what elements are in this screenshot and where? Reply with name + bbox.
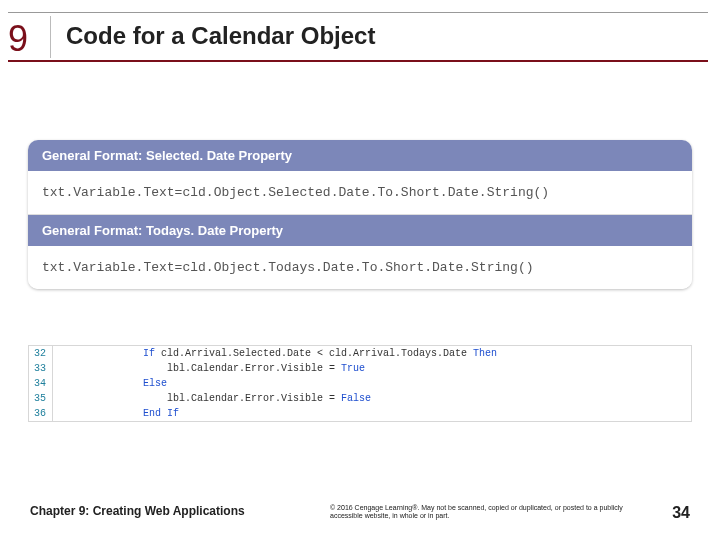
line-number: 36	[29, 406, 53, 421]
code-text: lbl.Calendar.Error.Visible = False	[53, 391, 371, 406]
rule-top	[8, 12, 708, 13]
code-line: 34 Else	[29, 376, 691, 391]
format-heading-1: General Format: Selected. Date Property	[28, 140, 692, 171]
title-bar: 9 Code for a Calendar Object	[8, 12, 708, 62]
line-number: 35	[29, 391, 53, 406]
line-number: 32	[29, 346, 53, 361]
rule-bottom	[8, 60, 708, 62]
code-text: Else	[53, 376, 167, 391]
code-text: If cld.Arrival.Selected.Date < cld.Arriv…	[53, 346, 497, 361]
footer-chapter: Chapter 9: Creating Web Applications	[30, 504, 310, 518]
code-line: 36 End If	[29, 406, 691, 421]
code-text: End If	[53, 406, 179, 421]
code-listing: 32 If cld.Arrival.Selected.Date < cld.Ar…	[28, 345, 692, 422]
format-code-1: txt.Variable.Text=cld.Object.Selected.Da…	[28, 171, 692, 215]
title-divider	[50, 16, 51, 58]
code-text: lbl.Calendar.Error.Visible = True	[53, 361, 365, 376]
page-number: 34	[660, 504, 690, 522]
code-line: 32 If cld.Arrival.Selected.Date < cld.Ar…	[29, 346, 691, 361]
footer-copyright: © 2016 Cengage Learning®. May not be sca…	[310, 504, 660, 521]
chapter-number: 9	[8, 18, 27, 60]
footer: Chapter 9: Creating Web Applications © 2…	[30, 504, 690, 522]
line-number: 33	[29, 361, 53, 376]
slide: 9 Code for a Calendar Object General For…	[0, 0, 720, 540]
line-number: 34	[29, 376, 53, 391]
code-line: 35 lbl.Calendar.Error.Visible = False	[29, 391, 691, 406]
format-block: General Format: Selected. Date Property …	[28, 140, 692, 289]
format-code-2: txt.Variable.Text=cld.Object.Todays.Date…	[28, 246, 692, 289]
format-heading-2: General Format: Todays. Date Property	[28, 215, 692, 246]
slide-title: Code for a Calendar Object	[66, 22, 375, 50]
code-line: 33 lbl.Calendar.Error.Visible = True	[29, 361, 691, 376]
